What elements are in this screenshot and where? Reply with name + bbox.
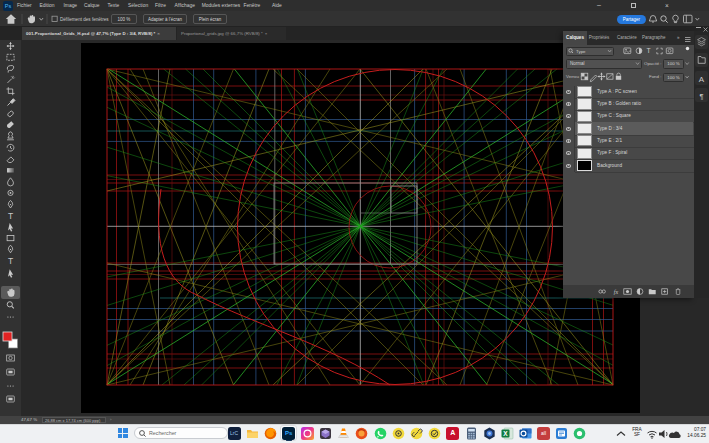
svg-text:¶: ¶: [699, 92, 703, 101]
svg-text:fx: fx: [614, 289, 619, 295]
svg-text:X: X: [503, 430, 508, 437]
svg-text:T: T: [8, 211, 13, 221]
svg-text:T: T: [8, 256, 13, 266]
svg-text:A: A: [699, 75, 705, 84]
svg-text:T: T: [646, 47, 650, 54]
